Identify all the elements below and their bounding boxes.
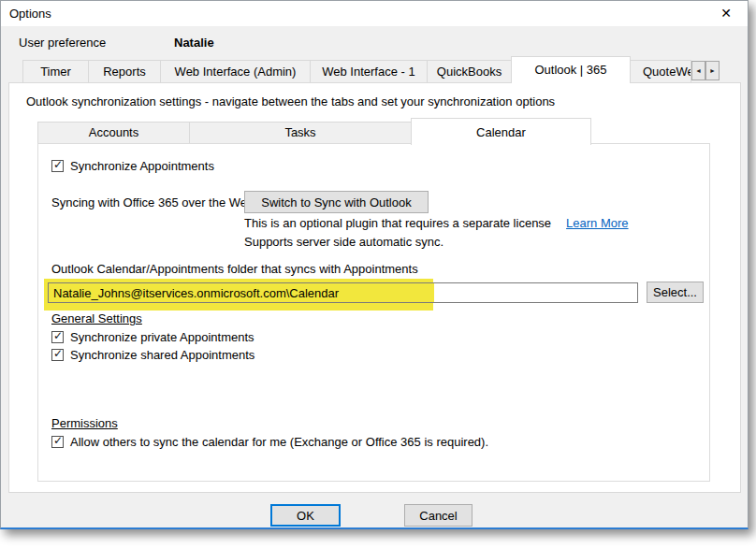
license-note: This is an optional plugin that requires… [244,216,551,230]
options-dialog: Options ✕ User preference Natalie Timer … [0,0,749,529]
sync-private-checkbox[interactable]: ✓ [51,331,64,343]
server-note: Supports server side automatic sync. [244,235,443,249]
sync-mode-label: Syncing with Office 365 over the Web [51,195,254,209]
sync-appointments-row: ✓ Synchronize Appointments [51,159,214,173]
allow-others-checkbox[interactable]: ✓ [51,436,64,448]
general-settings-heading: General Settings [51,311,142,325]
allow-others-label: Allow others to sync the calendar for me… [70,435,488,449]
cancel-button[interactable]: Cancel [404,504,472,527]
tab-web-interface-1[interactable]: Web Interface - 1 [310,60,428,83]
user-preference-label: User preference [19,36,106,50]
outlook-365-page: Outlook synchronization settings - navig… [8,82,741,493]
permissions-heading: Permissions [51,416,118,430]
sync-shared-checkbox[interactable]: ✓ [51,349,64,361]
check-icon: ✓ [53,159,63,171]
tab-reports[interactable]: Reports [88,60,161,83]
folder-label: Outlook Calendar/Appointments folder tha… [51,262,418,276]
calendar-page: ✓ Synchronize Appointments Syncing with … [37,143,710,482]
tab-scroll-right-icon[interactable]: ► [705,61,720,80]
sync-shared-row: ✓ Synchronize shared Appointments [51,348,254,362]
sync-appointments-checkbox[interactable]: ✓ [51,160,64,172]
select-folder-button[interactable]: Select... [647,282,704,303]
tab-calendar[interactable]: Calendar [411,118,591,145]
tab-scroller: ◄ ► [691,61,720,80]
user-preference-value: Natalie [174,36,214,50]
folder-input[interactable] [48,282,638,303]
screenshot-stage: Options ✕ User preference Natalie Timer … [0,0,756,549]
sync-settings-description: Outlook synchronization settings - navig… [26,94,555,108]
tab-web-interface-admin[interactable]: Web Interface (Admin) [160,60,311,83]
sync-private-label: Synchronize private Appointments [70,330,254,344]
tab-quotewerks[interactable]: QuoteWe [630,60,691,83]
tab-accounts[interactable]: Accounts [37,122,190,144]
sync-shared-label: Synchronize shared Appointments [70,348,254,362]
ok-button[interactable]: OK [270,504,341,527]
sync-appointments-label: Synchronize Appointments [70,159,214,173]
tab-quickbooks[interactable]: QuickBooks [427,60,512,83]
close-icon[interactable]: ✕ [706,1,746,26]
sync-private-row: ✓ Synchronize private Appointments [51,330,254,344]
tab-scroll-left-icon[interactable]: ◄ [691,61,705,80]
window-title: Options [9,7,51,21]
tab-outlook-365[interactable]: Outlook | 365 [511,56,631,83]
title-bar: Options ✕ [1,1,748,26]
tab-timer[interactable]: Timer [22,60,89,83]
license-note-row: This is an optional plugin that requires… [244,216,629,230]
check-icon: ✓ [53,330,63,342]
check-icon: ✓ [53,348,63,360]
switch-to-outlook-button[interactable]: Switch to Sync with Outlook [244,191,429,213]
allow-others-row: ✓ Allow others to sync the calendar for … [51,435,488,449]
check-icon: ✓ [53,435,63,447]
tab-tasks[interactable]: Tasks [189,122,412,144]
learn-more-link[interactable]: Learn More [566,216,628,230]
